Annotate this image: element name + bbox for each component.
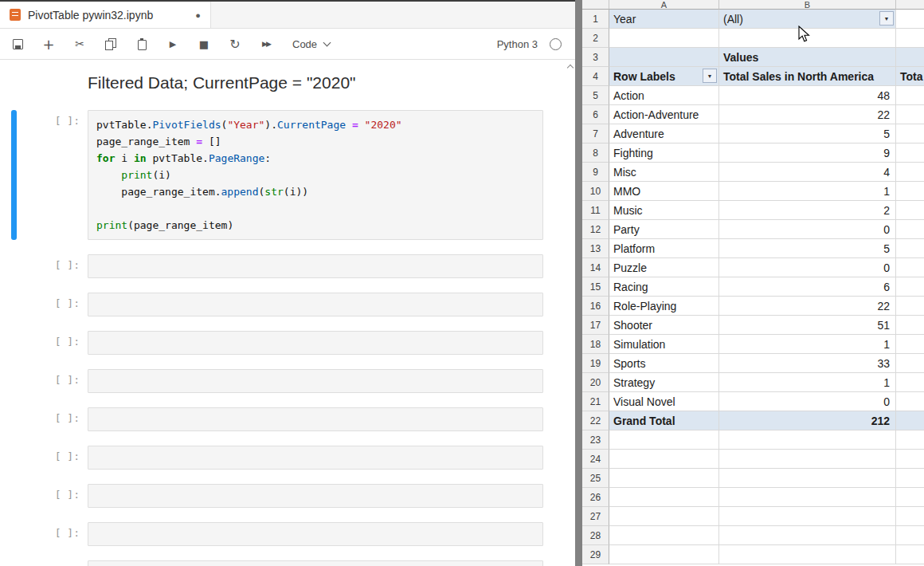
cell-B1[interactable]: (All)▼ xyxy=(719,10,896,29)
cell-C1[interactable] xyxy=(896,10,924,29)
paste-icon[interactable] xyxy=(135,37,149,51)
cell-C23[interactable] xyxy=(896,430,924,450)
column-header-b[interactable]: B xyxy=(719,0,896,10)
save-icon[interactable] xyxy=(10,37,25,51)
stop-icon[interactable]: ■ xyxy=(197,37,211,51)
cell-B9[interactable]: 4 xyxy=(719,163,896,182)
cell-B8[interactable]: 9 xyxy=(719,143,896,163)
cell-C26[interactable] xyxy=(896,488,924,507)
cell-C22[interactable] xyxy=(896,411,924,430)
row-header-27[interactable]: 27 xyxy=(582,507,609,526)
cell-B2[interactable] xyxy=(719,29,896,48)
cell-A15[interactable]: Racing xyxy=(609,277,719,297)
run-icon[interactable]: ▶ xyxy=(166,37,180,51)
cell-C3[interactable] xyxy=(896,48,924,67)
cell-A6[interactable]: Action-Adventure xyxy=(609,105,719,124)
row-header-11[interactable]: 11 xyxy=(582,201,609,220)
cell-A20[interactable]: Strategy xyxy=(609,373,719,392)
cell-C12[interactable] xyxy=(896,220,924,239)
cell-A13[interactable]: Platform xyxy=(609,239,719,258)
row-header-1[interactable]: 1 xyxy=(582,10,609,29)
code-editor[interactable]: pvtTable.PivotFields("Year").CurrentPage… xyxy=(88,110,543,240)
empty-code-cell[interactable]: [ ]: xyxy=(0,331,566,355)
cell-A14[interactable]: Puzzle xyxy=(609,258,719,277)
cell-C17[interactable] xyxy=(896,316,924,335)
empty-code-editor[interactable] xyxy=(88,293,543,316)
cell-A28[interactable] xyxy=(609,526,719,545)
run-all-icon[interactable]: ▶▶ xyxy=(259,37,273,51)
empty-code-cell[interactable]: [ ]: xyxy=(0,522,566,546)
cell-C7[interactable] xyxy=(896,124,924,143)
cell-B11[interactable]: 2 xyxy=(719,201,896,220)
cell-B15[interactable]: 6 xyxy=(719,277,896,297)
row-header-17[interactable]: 17 xyxy=(582,316,609,335)
row-header-10[interactable]: 10 xyxy=(582,182,609,201)
cell-A25[interactable] xyxy=(609,469,719,488)
cell-A17[interactable]: Shooter xyxy=(609,316,719,335)
empty-code-editor[interactable] xyxy=(88,331,543,355)
cell-A29[interactable] xyxy=(609,545,719,564)
cell-B21[interactable]: 0 xyxy=(719,392,896,411)
cell-B24[interactable] xyxy=(719,450,896,469)
cell-B19[interactable]: 33 xyxy=(719,354,896,373)
cell-C6[interactable] xyxy=(896,105,924,124)
empty-code-editor[interactable] xyxy=(88,484,543,508)
row-header-8[interactable]: 8 xyxy=(582,143,609,163)
cell-B7[interactable]: 5 xyxy=(719,124,896,143)
row-header-2[interactable]: 2 xyxy=(582,29,609,48)
active-cell-collapser[interactable] xyxy=(11,110,17,240)
column-header-a[interactable]: A xyxy=(609,0,719,10)
cell-B22[interactable]: 212 xyxy=(719,411,896,430)
kernel-status-icon[interactable] xyxy=(550,38,562,50)
cell-A22[interactable]: Grand Total xyxy=(609,411,719,430)
cell-A21[interactable]: Visual Novel xyxy=(609,392,719,411)
cell-C24[interactable] xyxy=(896,450,924,469)
empty-code-editor[interactable] xyxy=(88,254,543,278)
cell-A12[interactable]: Party xyxy=(609,220,719,239)
row-header-7[interactable]: 7 xyxy=(582,124,609,143)
row-header-13[interactable]: 13 xyxy=(582,239,609,258)
row-header-12[interactable]: 12 xyxy=(582,220,609,239)
markdown-cell[interactable]: Filtered Data; CurrentPage = "2020" xyxy=(0,72,566,92)
row-header-25[interactable]: 25 xyxy=(582,469,609,488)
cell-B4[interactable]: Total Sales in North America xyxy=(719,67,896,86)
empty-code-cell[interactable]: [ ]: xyxy=(0,293,566,316)
kernel-name[interactable]: Python 3 xyxy=(497,38,538,50)
cell-C27[interactable] xyxy=(896,507,924,526)
cell-A19[interactable]: Sports xyxy=(609,354,719,373)
cell-B14[interactable]: 0 xyxy=(719,258,896,277)
cell-B3[interactable]: Values xyxy=(719,48,896,67)
code-cell[interactable]: [ ]: pvtTable.PivotFields("Year").Curren… xyxy=(0,110,566,240)
notebook-scrollbar[interactable] xyxy=(566,61,575,566)
row-header-5[interactable]: 5 xyxy=(582,86,609,105)
cell-B26[interactable] xyxy=(719,488,896,507)
cell-A1[interactable]: Year xyxy=(609,10,719,29)
row-header-28[interactable]: 28 xyxy=(582,526,609,545)
cell-A4[interactable]: Row Labels▼ xyxy=(609,67,719,86)
insert-icon[interactable]: + xyxy=(41,37,56,51)
empty-code-cell[interactable]: [ ]: xyxy=(0,484,566,508)
cell-C9[interactable] xyxy=(896,163,924,182)
row-header-22[interactable]: 22 xyxy=(582,411,609,430)
empty-code-editor[interactable] xyxy=(88,407,543,431)
row-header-15[interactable]: 15 xyxy=(582,277,609,297)
jupyter-tab[interactable]: PivotTable pywin32.ipynb ● xyxy=(0,2,211,28)
cell-A9[interactable]: Misc xyxy=(609,163,719,182)
filter-dropdown-icon[interactable]: ▼ xyxy=(703,69,717,83)
cell-A18[interactable]: Simulation xyxy=(609,335,719,354)
cell-A16[interactable]: Role-Playing xyxy=(609,297,719,316)
cell-C19[interactable] xyxy=(896,354,924,373)
unsaved-dot-icon[interactable]: ● xyxy=(195,10,201,20)
empty-code-cell[interactable]: [ ]: xyxy=(0,560,566,566)
select-all-corner[interactable] xyxy=(582,0,609,10)
cell-C8[interactable] xyxy=(896,143,924,163)
empty-code-cell[interactable]: [ ]: xyxy=(0,446,566,470)
row-header-21[interactable]: 21 xyxy=(582,392,609,411)
empty-code-cell[interactable]: [ ]: xyxy=(0,369,566,393)
cell-B28[interactable] xyxy=(719,526,896,545)
cell-C20[interactable] xyxy=(896,373,924,392)
cell-B12[interactable]: 0 xyxy=(719,220,896,239)
cell-A26[interactable] xyxy=(609,488,719,507)
scroll-up-icon[interactable] xyxy=(567,65,574,71)
row-header-29[interactable]: 29 xyxy=(582,545,609,564)
